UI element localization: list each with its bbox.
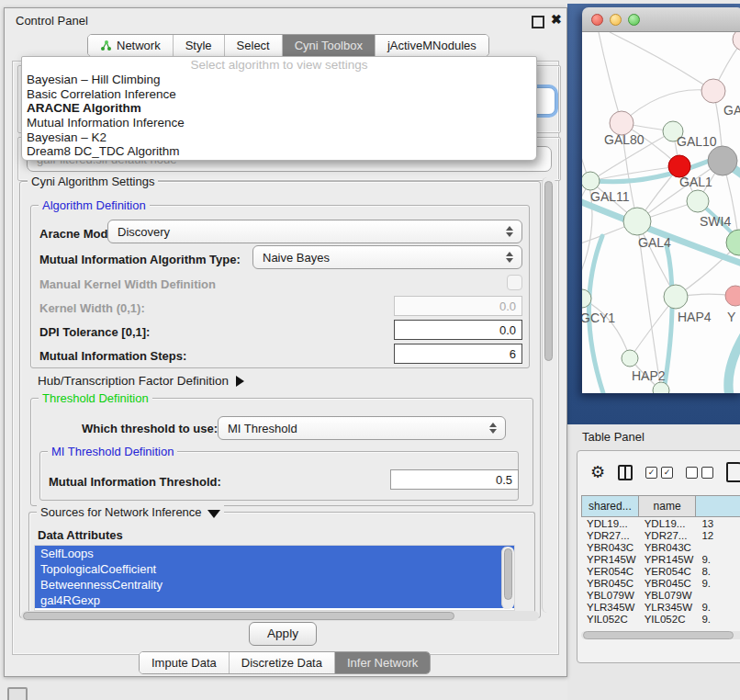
float-window-icon[interactable] [532,16,544,28]
table-row[interactable]: YDR27...YDR27...12 [581,529,740,541]
table-row[interactable]: YDL19...YDL19...13 [581,517,740,529]
table-cell: 12 [696,530,740,541]
node-green-right[interactable] [726,230,740,255]
node-hap2[interactable] [622,350,638,367]
algorithm-option[interactable]: Bayesian – Hill Climbing [22,73,536,87]
algorithm-option[interactable]: Bayesian – K2 [22,130,536,145]
node-hap4[interactable] [664,285,688,309]
zoom-traffic-light-icon[interactable] [628,14,640,26]
combobox-value: MI Threshold [228,422,297,435]
tab-cyni-toolbox[interactable]: Cyni Toolbox [283,35,376,56]
control-panel-window: Control Panel ✖ Network Style Select Cyn… [4,7,567,677]
scrollbar-thumb[interactable] [504,548,512,600]
node-pink-corner[interactable] [733,32,740,51]
attribute-item[interactable]: TopologicalCoefficient [35,561,514,577]
close-traffic-light-icon[interactable] [591,14,603,26]
network-graph: GAL80 GAL10 GAL1 GAL11 SWI4 GAL4 GAL GCY… [582,32,740,393]
table-row[interactable]: YIL052CYIL052C9. [581,613,740,624]
node-gal11[interactable] [582,172,600,190]
node-gray[interactable] [708,146,737,175]
table-panel-region: Table Panel ⚙ ✓✓ shared...name YDL19...Y… [567,424,740,700]
table-header-cell[interactable]: name [639,495,697,517]
tab-network[interactable]: Network [88,35,174,56]
node-swi4[interactable] [687,190,709,212]
gear-icon[interactable]: ⚙ [590,464,605,480]
table-cell: YBR043C [639,542,697,553]
mi-threshold-field[interactable]: 0.5 [390,469,519,490]
scrollbar-thumb[interactable] [23,612,454,620]
mi-steps-field[interactable]: 6 [394,344,522,364]
sources-title-text: Sources for Network Inference [40,505,202,519]
algorithm-option[interactable]: Basic Correlation Inference [22,87,536,102]
algorithm-option[interactable]: ARACNE Algorithm [22,101,536,116]
node-gal4[interactable] [623,208,651,235]
control-panel-tabs: Network Style Select Cyni Toolbox jActiv… [87,34,489,57]
table-cell: 9. [696,602,740,613]
tab-impute-data[interactable]: Impute Data [140,652,230,673]
tab-jactivemnodules[interactable]: jActiveMNodules [376,35,488,56]
table-cell: 9. [696,578,740,589]
table-cell: YPR145W [639,554,697,565]
node-pink-top[interactable] [701,79,725,103]
algorithm-definition-title: Algorithm Definition [39,198,150,212]
table-header-cell[interactable] [696,495,740,517]
attribute-item[interactable]: SelfLoops [35,546,514,561]
tab-discretize-data[interactable]: Discretize Data [230,652,335,673]
table-horizontal-scrollbar[interactable] [581,631,740,639]
columns-icon[interactable] [618,465,633,480]
minimize-traffic-light-icon[interactable] [610,14,622,26]
table-row[interactable]: YER054CYER054C8. [581,565,740,577]
aracne-mode-combobox[interactable]: Discovery [107,220,522,243]
table-cell: YBR045C [581,578,639,589]
table-cell: YDL19... [581,518,639,529]
hub-definition-label: Hub/Transcription Factor Definition [38,374,229,388]
node-label: GAL80 [604,132,645,147]
table-row[interactable]: YLR345WYLR345W9. [581,601,740,613]
apply-button[interactable]: Apply [249,622,317,646]
table-row[interactable]: YPR145WYPR145W9. [581,553,740,565]
table-cell: YDL19... [639,518,697,529]
table-row[interactable]: YBR043CYBR043C [581,541,740,553]
mi-algorithm-type-combobox[interactable]: Naive Bayes [252,245,522,269]
table-row[interactable]: YBR045CYBR045C9. [581,577,740,589]
node-salmon[interactable] [725,286,740,306]
attribute-item[interactable]: gal4RGexp [35,593,514,608]
tab-style[interactable]: Style [174,35,225,56]
manual-kernel-checkbox[interactable] [507,275,522,290]
spinner-arrows-icon [506,226,513,237]
mi-algorithm-type-label: Mutual Information Algorithm Type: [39,253,241,266]
dpi-tolerance-field[interactable]: 0.0 [394,320,522,340]
network-canvas[interactable]: GAL80 GAL10 GAL1 GAL11 SWI4 GAL4 GAL GCY… [582,32,740,393]
data-attributes-label: Data Attributes [38,528,123,542]
table-cell: 13 [696,518,740,529]
scrollbar-thumb[interactable] [583,631,734,639]
tab-select[interactable]: Select [225,35,283,56]
table-header-cell[interactable]: shared... [581,495,639,517]
which-threshold-label: Which threshold to use: [82,422,218,435]
minimized-panel-icon[interactable] [7,687,28,700]
network-window-titlebar[interactable] [582,7,740,32]
table-body: YDL19...YDL19...13YDR27...YDR27...12YBR0… [581,517,740,624]
algorithm-option[interactable]: Mutual Information Inference [22,116,536,130]
algorithm-option[interactable]: Dream8 DC_TDC Algorithm [22,144,536,159]
settings-horizontal-scrollbar[interactable] [21,611,539,621]
network-labels: GAL80 GAL10 GAL1 GAL11 SWI4 GAL4 GAL GCY… [582,103,740,383]
sources-title: Sources for Network Inference [37,505,224,519]
tab-infer-network[interactable]: Infer Network [335,652,430,673]
kernel-width-field[interactable]: 0.0 [394,296,522,316]
collapse-arrow-icon[interactable] [207,510,220,518]
attribute-item[interactable]: BetweennessCentrality [35,577,514,593]
control-panel-title: Control Panel [16,14,88,28]
close-icon[interactable]: ✖ [551,12,562,27]
settings-vertical-scrollbar[interactable] [542,177,555,613]
hub-definition-toggle[interactable]: Hub/Transcription Factor Definition [38,374,244,388]
table-cell: YER054C [639,566,697,577]
which-threshold-combobox[interactable]: MI Threshold [218,416,506,440]
table-row[interactable]: YBL079WYBL079W [581,589,740,601]
deselect-all-checkboxes-icon[interactable] [686,467,713,479]
attributes-scrollbar[interactable] [501,547,514,609]
expand-arrow-icon [236,376,244,387]
scrollbar-thumb[interactable] [544,181,553,361]
select-all-checkboxes-icon[interactable]: ✓✓ [645,467,673,479]
export-table-icon[interactable] [726,462,740,482]
